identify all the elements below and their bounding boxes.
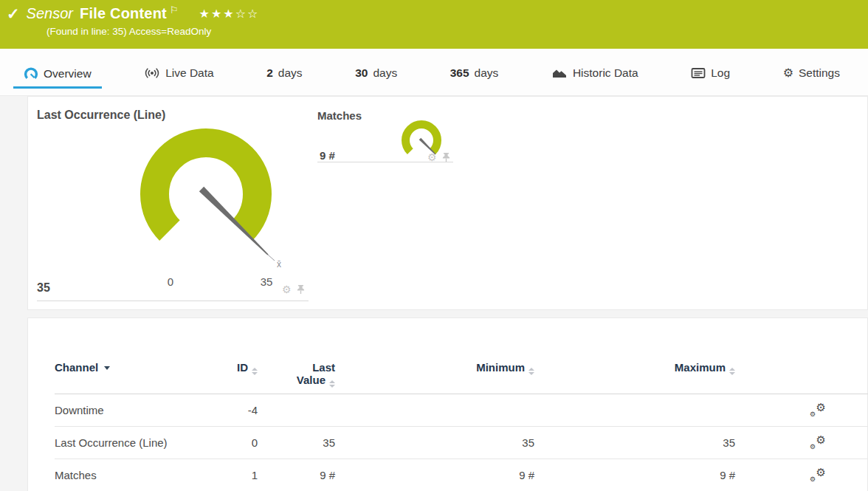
gear-icon: ⚙	[810, 443, 816, 450]
pin-icon[interactable]	[441, 152, 451, 162]
channel-name: Downtime	[55, 394, 232, 426]
channel-actions: ⚙ ⚙	[735, 394, 868, 426]
tab-label: days	[278, 66, 303, 80]
tab-label: Live Data	[165, 66, 213, 80]
priority-stars[interactable]: ★★★☆☆	[199, 7, 260, 21]
table-row-last-occurrence: Last Occurrence (Line) 0 35 35 35 ⚙ ⚙	[55, 426, 868, 459]
tab-30-days[interactable]: 30 days	[345, 66, 407, 87]
channel-id: -4	[232, 394, 261, 426]
column-header-channel[interactable]: Channel	[55, 318, 232, 394]
channel-settings-icon[interactable]: ⚙ ⚙	[810, 402, 826, 416]
column-label: ID	[237, 361, 248, 374]
average-marker: x̄	[277, 259, 281, 269]
channel-maximum	[534, 394, 735, 426]
sensor-status-message: (Found in line: 35) Access=ReadOnly	[0, 26, 868, 37]
caret-down-icon	[104, 366, 110, 370]
gauge-icon	[24, 66, 38, 81]
channel-name: Last Occurrence (Line)	[55, 426, 232, 459]
status-up-check-icon: ✓	[7, 6, 20, 22]
object-kind-label: Sensor	[27, 5, 73, 22]
table-row-matches: Matches 1 9 # 9 # 9 # ⚙ ⚙	[55, 459, 868, 491]
column-label: Last	[312, 361, 335, 374]
tab-label: days	[475, 66, 499, 80]
channel-minimum: 9 #	[335, 459, 534, 491]
tab-number: 30	[355, 66, 368, 80]
sort-arrows-icon	[528, 368, 534, 375]
column-label: Channel	[55, 361, 98, 374]
tab-settings[interactable]: ⚙ Settings	[773, 66, 850, 87]
tab-log[interactable]: Log	[681, 66, 740, 87]
channel-minimum: 35	[335, 426, 534, 459]
divider	[317, 162, 453, 162]
tab-label: Historic Data	[573, 66, 638, 80]
column-header-maximum[interactable]: Maximum	[534, 318, 735, 394]
channels-table: Channel ID Last Value Minimum Maximum Do…	[55, 318, 868, 491]
gear-icon[interactable]: ⚙	[282, 284, 292, 295]
gauge-value: 35	[37, 281, 50, 295]
gear-icon: ⚙	[816, 401, 826, 414]
gauge-scale-max: 35	[257, 275, 276, 288]
tab-label: Settings	[799, 66, 840, 80]
channel-last-value	[261, 394, 335, 426]
tab-label: Log	[711, 66, 730, 80]
gauge-title-matches: Matches	[317, 109, 362, 122]
sensor-header: ✓ Sensor File Content ⚐ ★★★☆☆ (Found in …	[0, 0, 868, 49]
tab-365-days[interactable]: 365 days	[440, 66, 509, 87]
priority-flag-icon[interactable]: ⚐	[170, 5, 179, 16]
panel-controls: ⚙	[427, 152, 451, 162]
channel-last-value: 9 #	[261, 459, 335, 491]
tab-overview[interactable]: Overview	[13, 66, 102, 89]
column-label: Value	[297, 374, 326, 386]
sort-arrows-icon	[252, 368, 258, 375]
column-label: Maximum	[675, 361, 726, 374]
panel-controls: ⚙	[282, 284, 306, 295]
gear-icon[interactable]: ⚙	[427, 152, 437, 162]
area-chart-icon	[551, 67, 568, 79]
tab-2-days[interactable]: 2 days	[256, 66, 312, 87]
pin-icon[interactable]	[296, 284, 306, 295]
sort-arrows-icon	[729, 368, 735, 375]
channel-id: 1	[232, 459, 261, 491]
log-icon	[691, 67, 706, 79]
column-label: Minimum	[476, 361, 525, 374]
tab-live-data[interactable]: Live Data	[134, 66, 224, 87]
page-title: File Content	[80, 5, 167, 22]
gauge-scale-min: 0	[161, 275, 180, 288]
column-header-id[interactable]: ID	[232, 318, 261, 394]
divider	[37, 301, 309, 301]
channel-actions: ⚙ ⚙	[735, 426, 868, 459]
channel-maximum: 35	[534, 426, 735, 459]
gear-icon: ⚙	[816, 433, 826, 447]
broadcast-icon	[144, 66, 160, 80]
channel-settings-icon[interactable]: ⚙ ⚙	[810, 467, 826, 481]
tab-label: days	[373, 66, 397, 80]
primary-gauge: x̄	[139, 115, 323, 285]
sort-arrows-icon	[329, 380, 335, 388]
tab-historic-data[interactable]: Historic Data	[541, 66, 649, 87]
column-header-minimum[interactable]: Minimum	[335, 318, 534, 394]
channel-actions: ⚙ ⚙	[735, 459, 868, 491]
gear-icon: ⚙	[783, 67, 793, 79]
tab-bar: Overview Live Data 2 days 30 days 365 da…	[0, 49, 868, 96]
tab-number: 365	[450, 66, 469, 80]
channel-id: 0	[232, 426, 261, 459]
table-row-downtime: Downtime -4 ⚙ ⚙	[55, 394, 868, 426]
column-header-last-value[interactable]: Last Value	[261, 318, 335, 394]
gauge-value: 9 #	[320, 149, 335, 162]
gear-icon: ⚙	[810, 411, 816, 418]
tab-label: Overview	[44, 67, 92, 80]
channel-minimum	[335, 394, 534, 426]
channel-last-value: 35	[261, 426, 335, 459]
tab-number: 2	[266, 66, 273, 80]
gauges-card: Last Occurrence (Line) x̄ 0 35 35 ⚙ Matc…	[27, 96, 868, 310]
channels-card: Channel ID Last Value Minimum Maximum Do…	[27, 317, 868, 491]
gear-icon: ⚙	[810, 475, 816, 483]
channel-settings-icon[interactable]: ⚙ ⚙	[810, 435, 826, 448]
table-header-row: Channel ID Last Value Minimum Maximum	[55, 318, 868, 394]
channel-maximum: 9 #	[534, 459, 735, 491]
channel-name: Matches	[55, 459, 232, 491]
column-header-actions	[735, 318, 868, 394]
gear-icon: ⚙	[816, 466, 826, 479]
